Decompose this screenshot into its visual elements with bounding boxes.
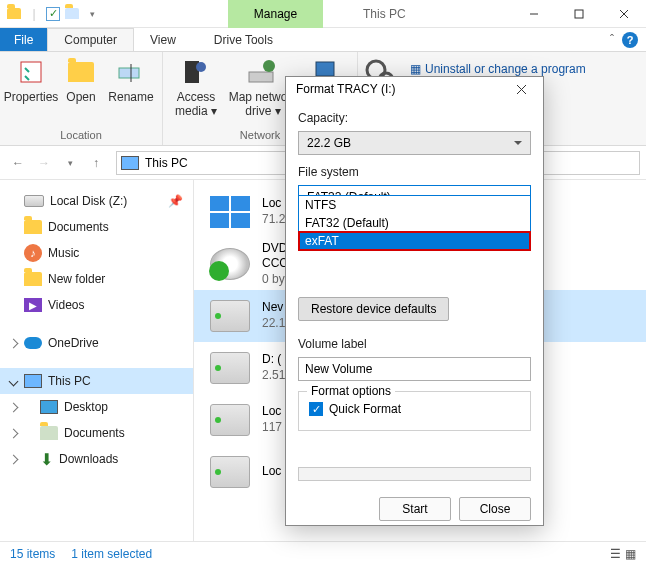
recent-locations-button[interactable]: ▾ xyxy=(58,151,82,175)
capacity-select[interactable]: 22.2 GB xyxy=(298,131,531,155)
properties-icon xyxy=(15,56,47,88)
filesystem-dropdown[interactable]: NTFS FAT32 (Default) exFAT xyxy=(298,195,531,251)
tab-computer[interactable]: Computer xyxy=(47,28,134,51)
svg-point-8 xyxy=(196,62,206,72)
tree-item-onedrive[interactable]: OneDrive xyxy=(0,330,193,356)
start-button[interactable]: Start xyxy=(379,497,451,521)
details-view-icon[interactable]: ☰ xyxy=(610,547,621,561)
status-item-count: 15 items xyxy=(10,547,55,561)
qat-dropdown-icon[interactable]: ▾ xyxy=(84,6,100,22)
restore-defaults-button[interactable]: Restore device defaults xyxy=(298,297,449,321)
window-buttons xyxy=(511,0,646,28)
svg-rect-11 xyxy=(316,62,334,76)
drive-icon xyxy=(210,352,250,384)
tiles-view-icon[interactable]: ▦ xyxy=(625,547,636,561)
rename-button[interactable]: Rename xyxy=(106,54,156,104)
dialog-titlebar[interactable]: Format TRACY (I:) xyxy=(286,77,543,101)
open-folder-icon xyxy=(65,56,97,88)
up-button[interactable]: ↑ xyxy=(84,151,108,175)
documents-icon xyxy=(40,426,58,440)
window-title: This PC xyxy=(363,7,406,21)
quick-access-toolbar: | ✓ ▾ xyxy=(0,6,106,22)
contextual-tab-manage[interactable]: Manage xyxy=(228,0,323,28)
qat-divider: | xyxy=(26,6,42,22)
tree-item-desktop[interactable]: Desktop xyxy=(0,394,193,420)
downloads-icon: ⬇ xyxy=(40,450,53,469)
drive-sub: 22.1 xyxy=(262,316,285,332)
checkbox-checked-icon: ✓ xyxy=(309,402,323,416)
tab-file[interactable]: File xyxy=(0,28,47,51)
svg-rect-5 xyxy=(119,68,139,78)
close-button[interactable] xyxy=(601,0,646,28)
dialog-close-button[interactable] xyxy=(509,77,533,101)
rename-icon xyxy=(115,56,147,88)
svg-rect-1 xyxy=(575,10,583,18)
drive-icon xyxy=(210,300,250,332)
tab-drive-tools[interactable]: Drive Tools xyxy=(198,28,289,51)
quick-format-label: Quick Format xyxy=(329,402,401,416)
folder-icon xyxy=(24,220,42,234)
this-pc-icon xyxy=(121,156,139,170)
volume-label-input[interactable] xyxy=(298,357,531,381)
filesystem-label: File system xyxy=(298,165,531,179)
svg-point-10 xyxy=(263,60,275,72)
new-folder-icon[interactable] xyxy=(64,6,80,22)
folder-icon xyxy=(6,6,22,22)
view-toggles: ☰ ▦ xyxy=(610,547,636,561)
quick-format-checkbox[interactable]: ✓ Quick Format xyxy=(309,402,520,416)
tab-view[interactable]: View xyxy=(134,28,192,51)
collapse-ribbon-icon[interactable]: ˆ xyxy=(610,33,614,47)
status-selected-count: 1 item selected xyxy=(71,547,152,561)
tree-item-downloads[interactable]: ⬇Downloads xyxy=(0,446,193,472)
tree-item-music[interactable]: ♪Music xyxy=(0,240,193,266)
svg-rect-9 xyxy=(249,72,273,82)
drive-name: Loc xyxy=(262,464,281,480)
ribbon-tabs: File Computer View Drive Tools ˆ ? xyxy=(0,28,646,52)
group-label-network: Network xyxy=(240,127,280,145)
dialog-title: Format TRACY (I:) xyxy=(296,82,396,96)
fs-option-fat32[interactable]: FAT32 (Default) xyxy=(299,214,530,232)
open-label: Open xyxy=(66,90,95,104)
tree-item-documents[interactable]: Documents xyxy=(0,214,193,240)
fs-option-exfat[interactable]: exFAT xyxy=(299,232,530,250)
svg-rect-4 xyxy=(21,62,41,82)
format-options-group: Format options ✓ Quick Format xyxy=(298,391,531,431)
music-icon: ♪ xyxy=(24,244,42,262)
drive-icon xyxy=(210,404,250,436)
drive-icon xyxy=(210,456,250,488)
open-button[interactable]: Open xyxy=(60,54,102,104)
close-button[interactable]: Close xyxy=(459,497,531,521)
titlebar: | ✓ ▾ Manage This PC xyxy=(0,0,646,28)
access-media-button[interactable]: Accessmedia ▾ xyxy=(169,54,223,119)
properties-label: Properties xyxy=(4,90,59,104)
group-label-location: Location xyxy=(60,127,102,145)
drive-name: D: ( xyxy=(262,352,285,368)
breadcrumb[interactable]: This PC xyxy=(145,156,188,170)
tree-item-local-disk[interactable]: Local Disk (Z:)📌 xyxy=(0,188,193,214)
back-button[interactable]: ← xyxy=(6,151,30,175)
checkbox-icon[interactable]: ✓ xyxy=(46,7,60,21)
pin-icon[interactable]: 📌 xyxy=(168,194,183,208)
network-drive-icon xyxy=(247,56,279,88)
this-pc-icon xyxy=(24,374,42,388)
desktop-icon xyxy=(40,400,58,414)
tree-item-new-folder[interactable]: New folder xyxy=(0,266,193,292)
tree-item-this-pc[interactable]: This PC xyxy=(0,368,193,394)
dialog-body: Capacity: 22.2 GB File system FAT32 (Def… xyxy=(286,101,543,531)
maximize-button[interactable] xyxy=(556,0,601,28)
help-icon[interactable]: ? xyxy=(622,32,638,48)
fs-option-ntfs[interactable]: NTFS xyxy=(299,196,530,214)
format-dialog: Format TRACY (I:) Capacity: 22.2 GB File… xyxy=(285,76,544,526)
uninstall-icon: ▦ xyxy=(410,62,421,76)
minimize-button[interactable] xyxy=(511,0,556,28)
dialog-actions: Start Close xyxy=(298,497,531,521)
properties-button[interactable]: Properties xyxy=(6,54,56,104)
status-bar: 15 items 1 item selected ☰ ▦ xyxy=(0,541,646,565)
navigation-tree[interactable]: Local Disk (Z:)📌 Documents ♪Music New fo… xyxy=(0,180,194,541)
tree-item-videos[interactable]: ▶Videos xyxy=(0,292,193,318)
tree-item-documents-2[interactable]: Documents xyxy=(0,420,193,446)
forward-button[interactable]: → xyxy=(32,151,56,175)
uninstall-program-link[interactable]: ▦Uninstall or change a program xyxy=(410,62,586,76)
drive-sub: 71.2 xyxy=(262,212,285,228)
windows-logo-icon xyxy=(210,196,250,228)
